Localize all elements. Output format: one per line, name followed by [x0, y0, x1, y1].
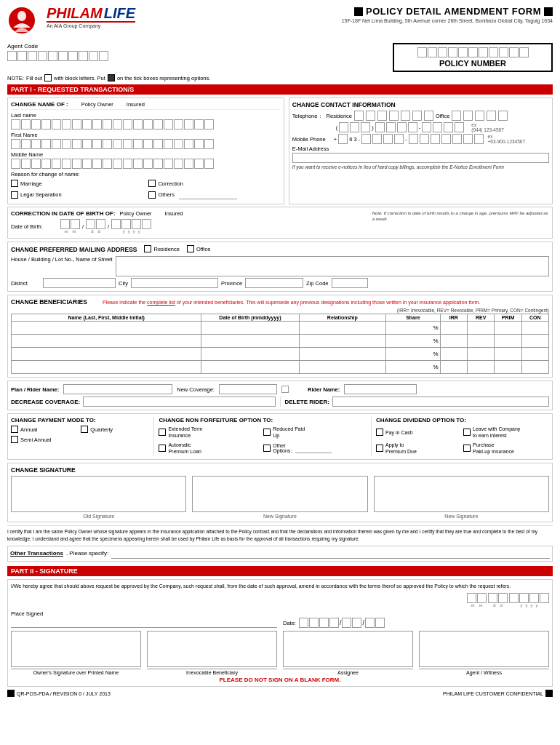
bene-prim-1[interactable]	[495, 322, 521, 335]
lastname-box[interactable]	[52, 119, 61, 130]
semi-annual-checkbox[interactable]	[11, 436, 18, 443]
marriage-checkbox[interactable]	[11, 180, 18, 187]
zip-input[interactable]	[332, 278, 368, 288]
tel-off-box[interactable]	[498, 111, 508, 121]
bene-rev-1[interactable]	[468, 322, 495, 335]
policy-num-box[interactable]	[479, 47, 488, 57]
bene-name-4[interactable]	[12, 361, 201, 374]
bene-rel-1[interactable]	[299, 322, 385, 335]
tel-num-box[interactable]	[444, 122, 453, 132]
firstname-box[interactable]	[103, 139, 112, 149]
firstname-box[interactable]	[52, 139, 61, 149]
delete-rider-input[interactable]	[332, 397, 549, 407]
correction-checkbox[interactable]	[148, 180, 156, 187]
pay-cash-option[interactable]: Pay in Cash	[376, 426, 462, 439]
bene-rev-3[interactable]	[468, 348, 495, 361]
policy-num-box[interactable]	[458, 47, 468, 57]
lastname-box[interactable]	[41, 119, 51, 130]
firstname-box[interactable]	[92, 139, 102, 149]
firstname-box[interactable]	[204, 139, 214, 149]
mobile-box[interactable]	[452, 134, 462, 144]
tel-res-box[interactable]	[424, 111, 433, 121]
dob-y3[interactable]	[132, 219, 141, 229]
firstname-box[interactable]	[21, 139, 31, 149]
firstname-box[interactable]	[133, 139, 143, 149]
area-box[interactable]	[339, 122, 348, 132]
bene-rel-4[interactable]	[299, 361, 385, 374]
middlename-box[interactable]	[133, 159, 143, 169]
tel-res-box[interactable]	[366, 111, 375, 121]
bene-con-3[interactable]	[521, 348, 548, 361]
auto-premium-checkbox[interactable]	[159, 445, 166, 452]
bene-name-2[interactable]	[12, 335, 201, 348]
middlename-box[interactable]	[204, 159, 214, 169]
tel-res-box[interactable]	[401, 111, 410, 121]
firstname-box[interactable]	[143, 139, 153, 149]
dob-y1[interactable]	[111, 219, 121, 229]
middlename-box[interactable]	[113, 159, 122, 169]
bene-name-1[interactable]	[12, 322, 201, 335]
lastname-box[interactable]	[92, 119, 102, 130]
bene-prim-3[interactable]	[495, 348, 521, 361]
mobile-box[interactable]	[409, 134, 418, 144]
others-option[interactable]: Others	[148, 190, 280, 199]
leave-company-checkbox[interactable]	[463, 429, 471, 436]
bene-con-1[interactable]	[521, 322, 548, 335]
tel-off-box[interactable]	[452, 111, 461, 121]
lastname-box[interactable]	[123, 119, 132, 130]
email-input[interactable]	[292, 153, 549, 163]
mobile-box[interactable]	[474, 134, 484, 144]
date-box[interactable]	[375, 618, 385, 628]
lastname-box[interactable]	[204, 119, 214, 130]
dob-m1[interactable]	[60, 219, 70, 229]
area-box[interactable]	[361, 122, 370, 132]
quarterly-option[interactable]: Quarterly	[81, 426, 149, 433]
province-input[interactable]	[245, 278, 303, 288]
old-signature-box[interactable]	[11, 476, 186, 512]
middlename-box[interactable]	[52, 159, 61, 169]
tel-num-box[interactable]	[408, 122, 417, 132]
middlename-box[interactable]	[41, 159, 51, 169]
lastname-box[interactable]	[133, 119, 143, 130]
date-box[interactable]	[342, 618, 351, 628]
bene-share-2[interactable]: %	[386, 335, 441, 348]
other-options-checkbox[interactable]	[263, 445, 271, 452]
residence-checkbox-item[interactable]: Residence	[144, 245, 179, 252]
policy-num-box[interactable]	[438, 47, 447, 57]
other-options-option[interactable]: OtherOptions:	[263, 442, 367, 455]
extended-term-option[interactable]: Extended TermInsurance	[159, 426, 262, 439]
dob-d1[interactable]	[86, 219, 95, 229]
date-box[interactable]	[365, 618, 375, 628]
marriage-option[interactable]: Marriage	[11, 180, 143, 187]
leave-company-option[interactable]: Leave with Companyto earn interest	[463, 426, 549, 439]
lastname-box[interactable]	[153, 119, 163, 130]
middlename-box[interactable]	[21, 159, 31, 169]
mobile-box[interactable]	[372, 134, 382, 144]
bene-rel-3[interactable]	[299, 348, 385, 361]
mobile-box[interactable]	[394, 134, 404, 144]
reduced-paid-option[interactable]: Reduced PaidUp	[263, 426, 367, 439]
bene-name-3[interactable]	[12, 348, 201, 361]
rider-name-input[interactable]	[344, 384, 417, 394]
tel-res-box[interactable]	[389, 111, 399, 121]
bene-irr-2[interactable]	[440, 335, 467, 348]
semi-annual-option[interactable]: Semi Annual	[11, 436, 79, 443]
firstname-box[interactable]	[31, 139, 41, 149]
pay-cash-checkbox[interactable]	[376, 429, 383, 436]
annual-option[interactable]: Annual	[11, 426, 79, 433]
area-box[interactable]	[350, 122, 359, 132]
quarterly-checkbox[interactable]	[81, 426, 88, 433]
firstname-box[interactable]	[11, 139, 20, 149]
firstname-box[interactable]	[113, 139, 122, 149]
part2-y2[interactable]	[519, 593, 529, 603]
house-input[interactable]	[116, 256, 549, 276]
other-trans-input[interactable]	[111, 549, 550, 559]
bene-share-3[interactable]: %	[386, 348, 441, 361]
bene-prim-2[interactable]	[495, 335, 521, 348]
place-input[interactable]	[11, 618, 277, 628]
policy-num-box[interactable]	[428, 47, 437, 57]
firstname-box[interactable]	[164, 139, 173, 149]
office-checkbox[interactable]	[187, 245, 194, 252]
firstname-box[interactable]	[123, 139, 132, 149]
plan-rider-input[interactable]	[63, 384, 172, 394]
